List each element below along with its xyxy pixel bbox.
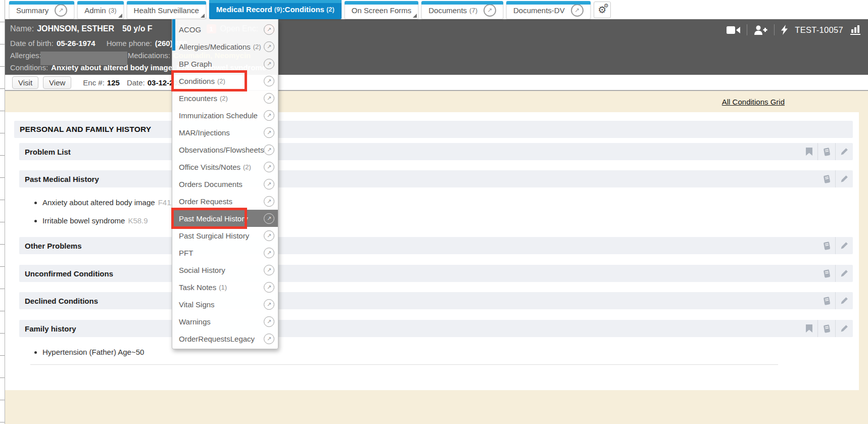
menu-item[interactable]: Office Visits/Notes (2) [172,158,278,175]
pmh-list: Anxiety about altered body imageF41.8Irr… [5,194,859,230]
condition-item: Anxiety about altered body imageF41.8 [42,194,859,212]
open-in-new-icon[interactable] [264,299,274,310]
open-in-new-icon[interactable] [264,316,274,327]
tab-count: (7) [469,7,477,14]
menu-item[interactable]: OrderRequestsLegacy [172,330,278,347]
open-in-new-icon[interactable] [264,110,274,121]
notes-icon[interactable] [818,237,835,254]
open-in-new-icon[interactable] [264,41,274,52]
menu-item[interactable]: PFT [172,244,278,261]
menu-item[interactable]: Orders Documents [172,175,278,193]
open-in-new-icon[interactable] [264,93,274,104]
edit-pencil-icon[interactable] [835,320,853,337]
open-in-new-icon[interactable] [264,162,274,172]
menu-item[interactable]: Allergies/Medications (2) [172,38,278,55]
bookmark-icon[interactable] [800,320,817,337]
page-background: All Conditions Grid PERSONAL AND FAMILY … [5,91,868,424]
menu-item[interactable]: Conditions (2) [172,72,278,89]
notes-icon[interactable] [818,265,835,282]
patient-name: JOHNSON, ESTHER [37,24,114,33]
menu-item[interactable]: BP Graph [172,55,278,72]
menu-item-label: Allergies/Medications [179,42,251,51]
redaction-box [40,52,127,65]
open-in-new-icon[interactable] [264,24,274,35]
menu-item[interactable]: Observations/Flowsheets [172,141,278,158]
edit-pencil-icon[interactable] [835,170,853,187]
tab-admin[interactable]: Admin (3) [77,2,123,19]
notes-icon[interactable] [817,320,835,337]
open-in-new-icon[interactable] [264,196,274,207]
section-title: Problem List [25,148,71,156]
tab-subcount: (2) [326,6,334,13]
edit-pencil-icon[interactable] [835,143,853,160]
open-in-new-icon[interactable] [264,213,274,224]
lightning-icon[interactable] [781,25,788,35]
chart-icon[interactable] [850,25,861,35]
open-in-new-icon[interactable] [264,230,274,241]
menu-item[interactable]: Past Medical History [172,210,278,227]
menu-item-list: ACOG Allergies/Medications (2) BP Graph … [172,19,278,349]
menu-item[interactable]: Vital Signs [172,296,278,313]
menu-item[interactable]: Past Surgical History [172,227,278,244]
edit-pencil-icon[interactable] [835,292,853,309]
menu-item[interactable]: Order Requests [172,193,278,210]
open-in-new-icon[interactable] [264,76,274,86]
open-in-new-icon[interactable] [264,265,274,275]
tab-label: Documents-DV [513,6,565,15]
menu-item-label: Conditions [179,77,215,85]
menu-item[interactable]: Immunization Schedule [172,107,278,124]
tab-health-surveillance[interactable]: Health Surveillance [127,2,206,19]
family-history-list: Hypertension (Father) Age~50 [5,343,859,361]
notes-icon[interactable] [818,292,835,309]
menu-item[interactable]: Warnings [172,313,278,330]
menu-item[interactable]: MAR/Injections [172,124,278,141]
open-in-new-icon[interactable] [264,145,274,155]
all-conditions-grid-link[interactable]: All Conditions Grid [722,98,785,106]
tab-label: Summary [16,6,49,15]
menu-item[interactable]: Task Notes (1) [172,278,278,296]
notes-icon[interactable] [817,143,835,160]
add-person-icon[interactable] [754,25,767,35]
menu-item-label: Past Medical History [179,214,248,223]
edit-pencil-icon[interactable] [835,237,853,254]
open-in-new-icon[interactable] [264,59,274,69]
section-unconfirmed-conditions: Unconfirmed Conditions [19,265,853,282]
menu-item-label: BP Graph [179,60,212,68]
menu-item[interactable]: Social History [172,261,278,278]
bookmark-icon[interactable] [800,143,817,160]
edit-pencil-icon[interactable] [835,265,853,282]
menu-item-count: (2) [217,77,225,85]
tab-documents-dv[interactable]: Documents-DV [506,2,591,19]
open-in-new-icon[interactable] [264,248,274,258]
menu-item[interactable]: ACOG [172,21,278,38]
menu-item[interactable]: Encounters (2) [172,89,278,107]
tab-on-screen-forms[interactable]: On Screen Forms [345,2,418,19]
view-button[interactable]: View [43,76,71,89]
patient-age-sex: 50 y/o F [122,24,153,33]
visit-button[interactable]: Visit [12,76,38,89]
settings-button[interactable]: ⚙ ⚙ [594,2,611,18]
open-in-new-icon[interactable] [484,4,496,17]
open-in-new-icon[interactable] [571,4,584,17]
tab-documents[interactable]: Documents (7) [421,2,503,19]
divider [774,24,775,35]
menu-item-label: MAR/Injections [179,128,230,137]
open-in-new-icon[interactable] [264,282,274,293]
open-in-new-icon[interactable] [264,127,274,138]
tab-count: (3) [109,7,117,14]
condition-item: Irritable bowel syndromeK58.9 [42,212,859,230]
video-camera-icon[interactable] [727,26,740,34]
tab-medical-record[interactable]: Medical Record (9) :Conditions (2) [209,0,342,19]
open-in-new-icon[interactable] [264,334,274,344]
notes-icon[interactable] [818,170,835,187]
open-in-new-icon[interactable] [55,4,67,17]
menu-item-label: Immunization Schedule [179,111,258,120]
open-in-new-icon[interactable] [264,179,274,190]
divider [747,24,747,35]
menu-item-label: Past Surgical History [179,231,249,240]
menu-item-label: OrderRequestsLegacy [179,335,255,343]
menu-item-label: Office Visits/Notes [179,163,240,171]
tab-summary[interactable]: Summary [9,2,74,19]
menu-item-label: Order Requests [179,197,232,206]
left-splitter-handle[interactable] [0,0,5,424]
